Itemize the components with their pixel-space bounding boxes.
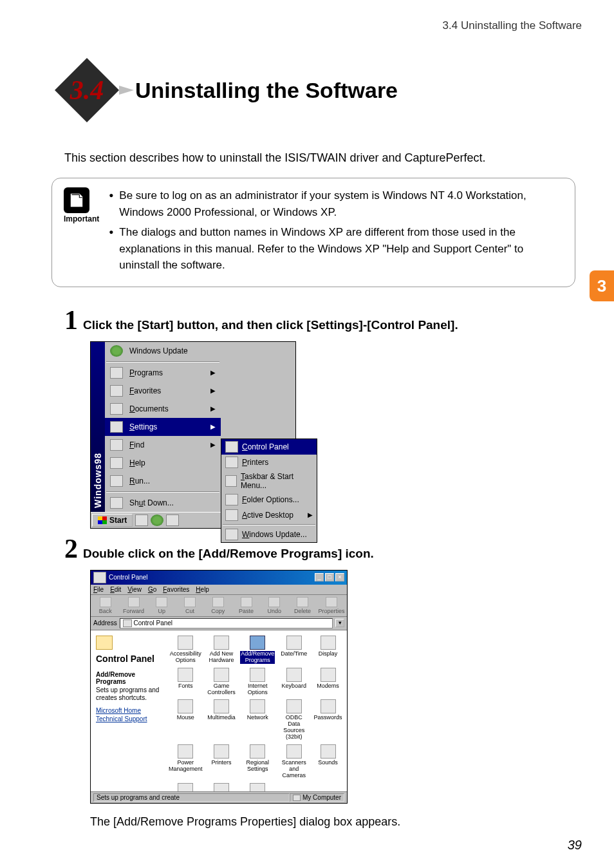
cp-item[interactable]: Fonts	[167, 666, 204, 697]
cp-item[interactable]: System	[167, 782, 204, 791]
menu-help[interactable]: Help	[196, 586, 209, 593]
cp-item[interactable]: Mouse	[167, 698, 204, 742]
separator	[106, 491, 219, 493]
submenu-item[interactable]: Control Panel	[221, 439, 317, 455]
cp-item[interactable]: Display	[312, 634, 344, 665]
applet-icon	[214, 744, 229, 759]
applet-icon	[178, 668, 193, 682]
cp-item[interactable]: Passwords	[312, 698, 344, 742]
toolbar-up-button[interactable]: Up	[150, 597, 174, 614]
start-menu-item[interactable]: Settings▶	[105, 418, 221, 436]
toolbar-forward-button[interactable]: Forward	[122, 597, 146, 614]
toolbar-undo-button[interactable]: Undo	[263, 597, 287, 614]
close-button[interactable]: ×	[335, 573, 344, 581]
applet-icon	[321, 636, 336, 650]
menu-item-label: Programs	[129, 368, 163, 377]
menu-item-icon	[110, 345, 123, 357]
applet-icon	[178, 636, 193, 650]
important-bullet: The dialogs and button names in Windows …	[109, 224, 563, 274]
dropdown-icon[interactable]: ▾	[335, 619, 344, 627]
tech-support-link[interactable]: Technical Support	[96, 715, 160, 722]
cp-item[interactable]: Add New Hardware	[205, 634, 238, 665]
start-menu-brand-stripe: Windows98	[91, 342, 105, 512]
cp-item[interactable]: Power Management	[167, 743, 204, 780]
submenu-item[interactable]: Folder Options...	[221, 492, 317, 507]
start-menu-figure: Windows98 Windows UpdatePrograms▶Favorit…	[90, 341, 582, 529]
toolbar-paste-button[interactable]: Paste	[234, 597, 259, 614]
menu-view[interactable]: View	[127, 586, 142, 593]
cp-item[interactable]: Keyboard	[277, 666, 310, 697]
submenu-item-label: Active Desktop	[242, 511, 293, 520]
toolbar-delete-button[interactable]: Delete	[290, 597, 315, 614]
menu-edit[interactable]: Edit	[110, 586, 121, 593]
menu-favorites[interactable]: Favorites	[163, 586, 189, 593]
quicklaunch-icon[interactable]	[135, 514, 148, 526]
start-menu-item[interactable]: Documents▶	[105, 400, 221, 418]
address-bar: Address Control Panel ▾	[91, 617, 347, 630]
cp-item[interactable]: Telephony	[205, 782, 238, 791]
menu-item-icon	[225, 529, 238, 540]
cp-item[interactable]: Multimedia	[205, 698, 238, 742]
start-menu-item[interactable]: Shut Down...	[105, 494, 221, 512]
start-menu-item[interactable]: Windows Update	[105, 342, 221, 360]
step-number: 2	[64, 535, 78, 562]
applet-label: Regional Settings	[240, 760, 275, 773]
toolbar-label: Copy	[211, 608, 225, 614]
cp-item[interactable]: Accessibility Options	[167, 634, 204, 665]
cp-item[interactable]: Scanners and Cameras	[277, 743, 310, 780]
cp-item[interactable]: ODBC Data Sources (32bit)	[277, 698, 310, 742]
submenu-item[interactable]: Active Desktop▶	[221, 507, 317, 523]
quicklaunch-icon[interactable]	[166, 514, 179, 526]
cp-item[interactable]: Game Controllers	[205, 666, 238, 697]
submenu-item[interactable]: Printers	[221, 455, 317, 470]
start-menu-item[interactable]: Run...	[105, 472, 221, 490]
start-menu-items: Windows UpdatePrograms▶Favorites▶Documen…	[105, 342, 221, 512]
forward-icon	[128, 597, 140, 607]
cp-item[interactable]: Add/Remove Programs	[239, 634, 276, 665]
applet-label: Passwords	[313, 715, 343, 721]
cp-item[interactable]: Date/Time	[277, 634, 310, 665]
folder-icon	[93, 572, 106, 583]
toolbar-back-button[interactable]: Back	[93, 597, 118, 614]
menu-item-icon	[110, 385, 123, 397]
settings-submenu: Control PanelPrintersTaskbar & Start Men…	[221, 439, 317, 543]
cp-item[interactable]: Regional Settings	[239, 743, 276, 780]
toolbar-label: Forward	[123, 608, 144, 614]
cp-item[interactable]: Printers	[205, 743, 238, 780]
submenu-item-label: Folder Options...	[242, 495, 299, 504]
cp-item[interactable]: Users	[239, 782, 276, 791]
minimize-button[interactable]: _	[315, 573, 324, 581]
titlebar: Control Panel _ □ ×	[91, 571, 347, 585]
address-field[interactable]: Control Panel	[120, 618, 333, 628]
applet-icon	[321, 668, 336, 682]
maximize-button[interactable]: □	[325, 573, 334, 581]
applet-icon	[250, 744, 265, 759]
toolbar-cut-button[interactable]: Cut	[178, 597, 202, 614]
applet-icon	[214, 783, 229, 791]
paste-icon	[241, 597, 252, 607]
start-menu-item[interactable]: Programs▶	[105, 364, 221, 382]
start-menu-item[interactable]: Find▶	[105, 436, 221, 454]
ie-icon[interactable]	[151, 514, 163, 526]
menu-file[interactable]: File	[93, 586, 104, 593]
note-icon	[64, 187, 89, 213]
submenu-item[interactable]: Windows Update...	[221, 527, 317, 542]
step-2: 2 Double click on the [Add/Remove Progra…	[64, 535, 582, 562]
menu-go[interactable]: Go	[148, 586, 156, 593]
address-value: Control Panel	[133, 619, 172, 627]
start-button[interactable]: Start	[92, 514, 133, 527]
cp-item[interactable]: Network	[239, 698, 276, 742]
cp-item[interactable]: Internet Options	[239, 666, 276, 697]
applet-label: Date/Time	[279, 651, 309, 657]
applet-label: Game Controllers	[207, 683, 237, 696]
separator	[223, 524, 315, 525]
ms-home-link[interactable]: Microsoft Home	[96, 707, 160, 714]
start-menu-item[interactable]: Favorites▶	[105, 382, 221, 400]
toolbar-copy-button[interactable]: Copy	[206, 597, 230, 614]
submenu-item[interactable]: Taskbar & Start Menu...	[221, 470, 317, 492]
start-button-label: Start	[109, 516, 127, 525]
cp-item[interactable]: Modems	[312, 666, 344, 697]
toolbar-properties-button[interactable]: Properties	[319, 597, 344, 614]
cp-item[interactable]: Sounds	[312, 743, 344, 780]
start-menu-item[interactable]: Help	[105, 454, 221, 472]
